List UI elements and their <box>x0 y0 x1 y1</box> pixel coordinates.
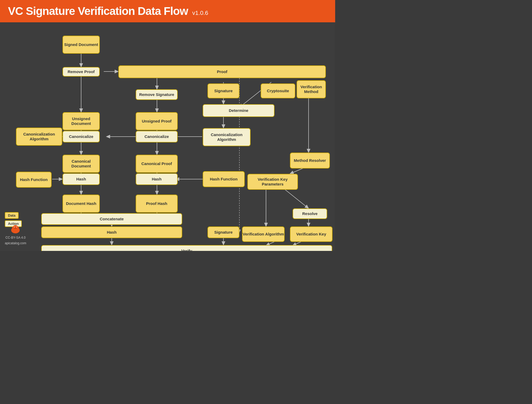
version-label: v1.0.6 <box>192 10 208 16</box>
verify-node: Verify <box>41 245 332 251</box>
canonicalize-left-node: Canonicalize <box>63 131 100 142</box>
canonicalization-algorithm-left-node: Canonicalization Algorithm <box>16 128 62 146</box>
verification-key-parameters-node: Verification Key Parameters <box>247 174 298 190</box>
resolve-node: Resolve <box>293 208 327 219</box>
canonicalization-algorithm-center-node: Canonicalization Algorithm <box>203 128 251 146</box>
svg-line-34 <box>282 187 309 208</box>
legend-data-item: Data <box>5 212 22 219</box>
header: VC Signature Verification Data Flow v1.0… <box>0 0 335 22</box>
proof-node: Proof <box>118 65 326 78</box>
cryptosuite-node: Cryptosuite <box>261 83 295 98</box>
method-resolver-node: Method Resolver <box>290 153 330 169</box>
determine-node: Determine <box>203 104 275 117</box>
hash-left-node: Hash <box>63 173 100 185</box>
remove-proof-node: Remove Proof <box>63 67 100 77</box>
remove-signature-node: Remove Signature <box>136 89 178 100</box>
canonicalize-right-node: Canonicalize <box>136 131 178 142</box>
page-title: VC Signature Verification Data Flow <box>8 5 188 18</box>
diagram-area: Signed Document Remove Proof Proof Remov… <box>0 22 335 251</box>
unsigned-document-node: Unsigned Document <box>63 112 100 130</box>
concatenate-node: Concatenate <box>41 213 182 225</box>
hash-function-left-node: Hash Function <box>16 172 52 188</box>
logo-area: CC-BY-SA 4.0 apicatalog.com <box>5 224 26 246</box>
logo-icon <box>9 224 22 234</box>
signature-top-node: Signature <box>207 83 239 98</box>
legend-data-box: Data <box>5 212 19 219</box>
canonical-document-node: Canonical Document <box>63 155 100 173</box>
svg-point-41 <box>16 227 17 228</box>
verification-algorithm-node: Verification Algorithm <box>242 226 285 242</box>
proof-hash-node: Proof Hash <box>136 195 178 213</box>
logo-license: CC-BY-SA 4.0 <box>6 235 26 240</box>
canonical-proof-node: Canonical Proof <box>136 155 178 173</box>
verification-key-node: Verification Key <box>290 226 332 242</box>
hash-right-node: Hash <box>136 173 178 185</box>
signature-bottom-node: Signature <box>207 226 239 238</box>
signed-document-node: Signed Document <box>63 36 100 54</box>
svg-point-40 <box>14 227 15 228</box>
unsigned-proof-node: Unsigned Proof <box>136 112 178 130</box>
verification-method-top-node: Verification Method <box>297 80 326 98</box>
logo-site: apicatalog.com <box>5 241 26 246</box>
hash-function-right-node: Hash Function <box>203 171 245 187</box>
hash-bottom-node: Hash <box>41 226 182 238</box>
document-hash-node: Document Hash <box>63 195 100 213</box>
